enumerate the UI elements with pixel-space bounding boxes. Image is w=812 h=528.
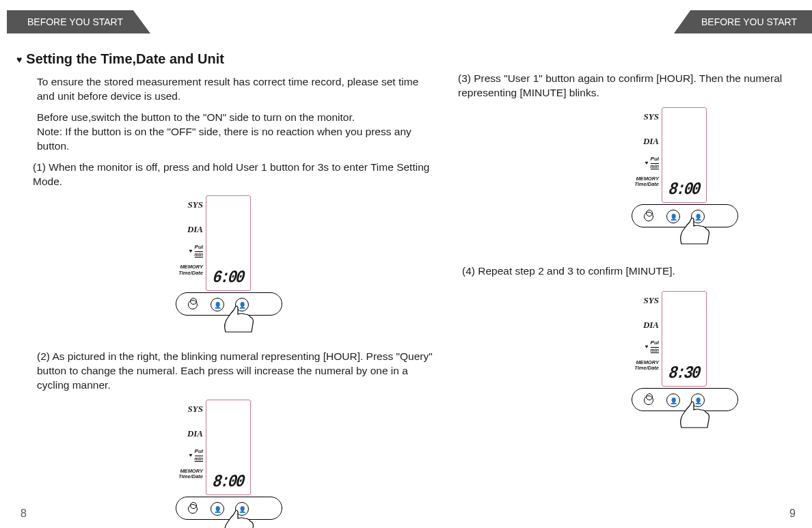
section-title-text: Setting the Time,Date and Unit (26, 51, 224, 67)
heart-icon: ♥ (189, 248, 193, 254)
device-side-labels: SYS DIA ♥ Pul min MEMORY Time/Date (617, 295, 659, 372)
intro-paragraph: To ensure the stored measurement result … (37, 75, 439, 104)
device-screen: 8:00 (206, 400, 251, 495)
display-time-2: 8:00 (208, 472, 248, 492)
query-button-icon (716, 393, 729, 407)
step-3: (3) Press "User 1" button again to confi… (458, 72, 802, 100)
label-dia: DIA (161, 224, 203, 235)
header-tab-left: BEFORE YOU START (7, 10, 150, 33)
display-time-3: 8:00 (664, 180, 704, 199)
query-button-icon (716, 210, 729, 223)
heart-icon: ♥ (645, 160, 649, 166)
label-min: min (651, 347, 659, 352)
label-timedate: Time/Date (617, 365, 659, 371)
heart-icon: ♥ (16, 54, 22, 65)
power-button-icon (642, 393, 655, 407)
label-min: min (195, 456, 203, 461)
device-side-labels: SYS DIA ♥ Pul min MEMORY Time/Date (161, 199, 203, 276)
label-timedate: Time/Date (617, 182, 659, 187)
section-title: ♥ Setting the Time,Date and Unit (16, 51, 439, 67)
label-dia: DIA (161, 428, 203, 439)
heart-icon: ♥ (189, 452, 193, 458)
step-1: (1) When the monitor is off, press and h… (33, 161, 439, 189)
power-button-icon (186, 502, 200, 516)
device-illustration-3: SYS DIA ♥ Pul min MEMORY Time/Date 8:00 … (618, 107, 748, 251)
label-sys: SYS (161, 404, 203, 415)
page-number-right: 9 (789, 508, 796, 520)
device-illustration-4: SYS DIA ♥ Pul min MEMORY Time/Date 8:30 … (618, 291, 748, 434)
hand-pointer-icon (221, 305, 256, 335)
power-button-icon (642, 210, 655, 223)
left-column: ♥ Setting the Time,Date and Unit To ensu… (15, 51, 439, 528)
device-illustration-1: SYS DIA ♥ Pul min MEMORY Time/Date 6:00 … (162, 195, 292, 339)
label-dia: DIA (617, 136, 659, 147)
query-button-icon (260, 502, 273, 516)
hand-pointer-icon (677, 217, 712, 247)
power-button-icon (186, 298, 200, 311)
device-screen: 8:00 (662, 107, 707, 203)
label-dia: DIA (617, 320, 659, 331)
display-time-4: 8:30 (664, 363, 704, 383)
device-screen: 8:30 (662, 291, 707, 387)
label-pul: Pul (195, 449, 203, 454)
label-pul: Pul (651, 340, 659, 346)
right-column: (3) Press "User 1" button again to confi… (454, 72, 802, 445)
label-min: min (195, 251, 203, 257)
step-2: (2) As pictured in the right, the blinki… (37, 350, 439, 393)
heart-icon: ♥ (645, 344, 649, 350)
label-pul: Pul (195, 245, 203, 250)
note-paragraph: Before use,switch the button to the "ON"… (37, 111, 439, 154)
label-min: min (651, 163, 659, 169)
device-screen: 6:00 (206, 195, 251, 291)
device-illustration-2: SYS DIA ♥ Pul min MEMORY Time/Date 8:00 … (162, 400, 292, 528)
label-sys: SYS (161, 199, 203, 210)
hand-pointer-icon (221, 509, 256, 528)
label-sys: SYS (617, 295, 659, 306)
hand-pointer-icon (677, 400, 712, 430)
label-timedate: Time/Date (161, 474, 203, 480)
header-tab-right: BEFORE YOU START (674, 10, 812, 33)
page-number-left: 8 (21, 508, 27, 520)
query-button-icon (260, 298, 273, 311)
device-side-labels: SYS DIA ♥ Pul min MEMORY Time/Date (161, 404, 203, 480)
display-time-1: 6:00 (208, 268, 248, 288)
label-sys: SYS (617, 111, 659, 122)
label-pul: Pul (651, 156, 659, 162)
device-side-labels: SYS DIA ♥ Pul min MEMORY Time/Date (617, 111, 659, 188)
step-4: (4) Repeat step 2 and 3 to confirm [MINU… (462, 264, 802, 279)
label-timedate: Time/Date (161, 270, 203, 276)
